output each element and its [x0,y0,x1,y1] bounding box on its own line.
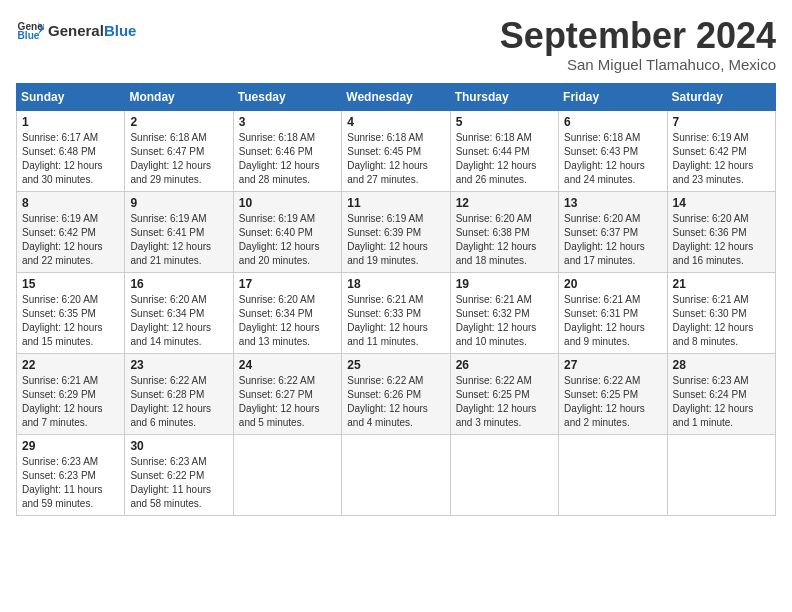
day-cell-1: 1Sunrise: 6:17 AMSunset: 6:48 PMDaylight… [17,110,125,191]
day-cell-5: 5Sunrise: 6:18 AMSunset: 6:44 PMDaylight… [450,110,558,191]
day-cell-16: 16Sunrise: 6:20 AMSunset: 6:34 PMDayligh… [125,272,233,353]
day-info: Sunrise: 6:20 AMSunset: 6:35 PMDaylight:… [22,293,119,349]
logo-icon: General Blue [16,16,44,44]
day-info: Sunrise: 6:18 AMSunset: 6:44 PMDaylight:… [456,131,553,187]
day-header-monday: Monday [125,83,233,110]
day-cell-29: 29Sunrise: 6:23 AMSunset: 6:23 PMDayligh… [17,434,125,515]
day-number: 29 [22,439,119,453]
calendar-week-4: 22Sunrise: 6:21 AMSunset: 6:29 PMDayligh… [17,353,776,434]
day-info: Sunrise: 6:19 AMSunset: 6:42 PMDaylight:… [22,212,119,268]
day-info: Sunrise: 6:21 AMSunset: 6:32 PMDaylight:… [456,293,553,349]
day-cell-21: 21Sunrise: 6:21 AMSunset: 6:30 PMDayligh… [667,272,775,353]
day-header-thursday: Thursday [450,83,558,110]
day-number: 11 [347,196,444,210]
day-header-tuesday: Tuesday [233,83,341,110]
logo: General Blue General Blue [16,16,136,44]
day-cell-27: 27Sunrise: 6:22 AMSunset: 6:25 PMDayligh… [559,353,667,434]
day-number: 19 [456,277,553,291]
day-number: 12 [456,196,553,210]
day-header-wednesday: Wednesday [342,83,450,110]
day-header-friday: Friday [559,83,667,110]
day-cell-12: 12Sunrise: 6:20 AMSunset: 6:38 PMDayligh… [450,191,558,272]
title-block: September 2024 San Miguel Tlamahuco, Mex… [500,16,776,73]
calendar-body: 1Sunrise: 6:17 AMSunset: 6:48 PMDaylight… [17,110,776,515]
day-info: Sunrise: 6:20 AMSunset: 6:38 PMDaylight:… [456,212,553,268]
day-number: 8 [22,196,119,210]
calendar-week-1: 1Sunrise: 6:17 AMSunset: 6:48 PMDaylight… [17,110,776,191]
day-info: Sunrise: 6:20 AMSunset: 6:34 PMDaylight:… [239,293,336,349]
day-number: 27 [564,358,661,372]
day-cell-30: 30Sunrise: 6:23 AMSunset: 6:22 PMDayligh… [125,434,233,515]
day-cell-6: 6Sunrise: 6:18 AMSunset: 6:43 PMDaylight… [559,110,667,191]
day-cell-13: 13Sunrise: 6:20 AMSunset: 6:37 PMDayligh… [559,191,667,272]
day-info: Sunrise: 6:18 AMSunset: 6:46 PMDaylight:… [239,131,336,187]
day-number: 13 [564,196,661,210]
day-cell-25: 25Sunrise: 6:22 AMSunset: 6:26 PMDayligh… [342,353,450,434]
day-info: Sunrise: 6:19 AMSunset: 6:39 PMDaylight:… [347,212,444,268]
day-cell-22: 22Sunrise: 6:21 AMSunset: 6:29 PMDayligh… [17,353,125,434]
day-info: Sunrise: 6:22 AMSunset: 6:26 PMDaylight:… [347,374,444,430]
day-info: Sunrise: 6:18 AMSunset: 6:47 PMDaylight:… [130,131,227,187]
empty-cell [667,434,775,515]
day-number: 1 [22,115,119,129]
day-number: 24 [239,358,336,372]
month-title: September 2024 [500,16,776,56]
day-number: 17 [239,277,336,291]
day-cell-8: 8Sunrise: 6:19 AMSunset: 6:42 PMDaylight… [17,191,125,272]
day-cell-3: 3Sunrise: 6:18 AMSunset: 6:46 PMDaylight… [233,110,341,191]
logo-general-text: General [48,22,104,39]
day-cell-26: 26Sunrise: 6:22 AMSunset: 6:25 PMDayligh… [450,353,558,434]
day-number: 20 [564,277,661,291]
empty-cell [342,434,450,515]
calendar-week-2: 8Sunrise: 6:19 AMSunset: 6:42 PMDaylight… [17,191,776,272]
day-number: 10 [239,196,336,210]
day-number: 30 [130,439,227,453]
day-info: Sunrise: 6:17 AMSunset: 6:48 PMDaylight:… [22,131,119,187]
day-number: 25 [347,358,444,372]
day-cell-14: 14Sunrise: 6:20 AMSunset: 6:36 PMDayligh… [667,191,775,272]
empty-cell [559,434,667,515]
page-header: General Blue General Blue September 2024… [16,16,776,73]
day-number: 23 [130,358,227,372]
day-number: 21 [673,277,770,291]
day-cell-24: 24Sunrise: 6:22 AMSunset: 6:27 PMDayligh… [233,353,341,434]
day-info: Sunrise: 6:21 AMSunset: 6:33 PMDaylight:… [347,293,444,349]
day-info: Sunrise: 6:19 AMSunset: 6:40 PMDaylight:… [239,212,336,268]
location-title: San Miguel Tlamahuco, Mexico [500,56,776,73]
day-cell-20: 20Sunrise: 6:21 AMSunset: 6:31 PMDayligh… [559,272,667,353]
day-number: 4 [347,115,444,129]
day-info: Sunrise: 6:21 AMSunset: 6:31 PMDaylight:… [564,293,661,349]
day-cell-15: 15Sunrise: 6:20 AMSunset: 6:35 PMDayligh… [17,272,125,353]
day-number: 15 [22,277,119,291]
calendar-table: SundayMondayTuesdayWednesdayThursdayFrid… [16,83,776,516]
day-number: 26 [456,358,553,372]
empty-cell [450,434,558,515]
day-info: Sunrise: 6:20 AMSunset: 6:36 PMDaylight:… [673,212,770,268]
day-cell-2: 2Sunrise: 6:18 AMSunset: 6:47 PMDaylight… [125,110,233,191]
day-info: Sunrise: 6:22 AMSunset: 6:27 PMDaylight:… [239,374,336,430]
day-info: Sunrise: 6:19 AMSunset: 6:42 PMDaylight:… [673,131,770,187]
day-cell-9: 9Sunrise: 6:19 AMSunset: 6:41 PMDaylight… [125,191,233,272]
day-cell-4: 4Sunrise: 6:18 AMSunset: 6:45 PMDaylight… [342,110,450,191]
day-info: Sunrise: 6:19 AMSunset: 6:41 PMDaylight:… [130,212,227,268]
day-info: Sunrise: 6:22 AMSunset: 6:25 PMDaylight:… [456,374,553,430]
day-info: Sunrise: 6:23 AMSunset: 6:24 PMDaylight:… [673,374,770,430]
day-number: 6 [564,115,661,129]
logo-blue-text: Blue [104,22,137,39]
day-info: Sunrise: 6:18 AMSunset: 6:43 PMDaylight:… [564,131,661,187]
day-info: Sunrise: 6:21 AMSunset: 6:29 PMDaylight:… [22,374,119,430]
day-number: 3 [239,115,336,129]
day-number: 14 [673,196,770,210]
calendar-week-3: 15Sunrise: 6:20 AMSunset: 6:35 PMDayligh… [17,272,776,353]
day-cell-28: 28Sunrise: 6:23 AMSunset: 6:24 PMDayligh… [667,353,775,434]
day-number: 9 [130,196,227,210]
day-number: 18 [347,277,444,291]
day-info: Sunrise: 6:23 AMSunset: 6:22 PMDaylight:… [130,455,227,511]
day-number: 16 [130,277,227,291]
day-cell-10: 10Sunrise: 6:19 AMSunset: 6:40 PMDayligh… [233,191,341,272]
day-number: 5 [456,115,553,129]
day-cell-19: 19Sunrise: 6:21 AMSunset: 6:32 PMDayligh… [450,272,558,353]
day-info: Sunrise: 6:22 AMSunset: 6:28 PMDaylight:… [130,374,227,430]
day-header-saturday: Saturday [667,83,775,110]
day-number: 28 [673,358,770,372]
